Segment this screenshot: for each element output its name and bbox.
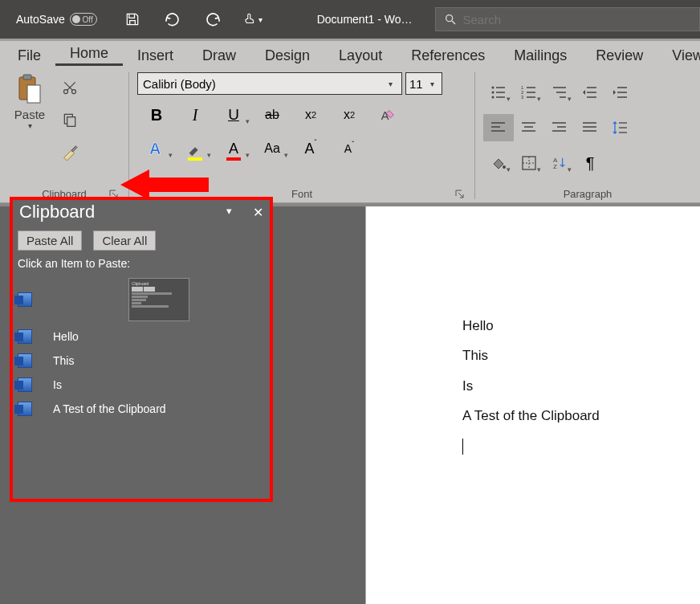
autosave-label: AutoSave	[16, 13, 65, 26]
title-bar: AutoSave Off ▾ Document1 - Wo…	[0, 0, 700, 39]
group-label-paragraph: Paragraph	[483, 186, 692, 201]
numbering-button[interactable]: 123	[514, 79, 544, 106]
copy-icon	[62, 112, 78, 128]
search-input[interactable]	[463, 13, 692, 27]
underline-button[interactable]: U	[214, 101, 253, 129]
clipboard-item[interactable]: A Test of the Clipboard	[18, 397, 265, 421]
font-color-button[interactable]: A	[214, 135, 253, 162]
clipboard-item[interactable]: This	[18, 349, 265, 373]
doc-line: Is	[462, 371, 684, 401]
autosave-toggle[interactable]: AutoSave Off	[0, 13, 105, 26]
italic-button[interactable]: I	[176, 101, 214, 129]
copy-button[interactable]	[59, 109, 80, 130]
indent-icon	[612, 85, 629, 100]
touch-mode-button[interactable]: ▾	[237, 3, 269, 35]
align-right-button[interactable]	[544, 114, 575, 141]
document-page[interactable]: Hello This Is A Test of the Clipboard	[365, 206, 700, 604]
justify-button[interactable]	[575, 114, 605, 141]
font-name-dropdown[interactable]: Calibri (Body) ▾	[137, 72, 402, 95]
word-icon	[18, 329, 32, 344]
borders-button[interactable]	[514, 149, 544, 177]
cut-button[interactable]	[59, 77, 80, 98]
outdent-icon	[582, 85, 598, 100]
tab-review[interactable]: Review	[581, 45, 657, 66]
svg-rect-3	[23, 75, 31, 80]
group-paragraph: 123	[475, 69, 700, 202]
svg-rect-8	[67, 117, 75, 127]
group-clipboard: Paste ▾ Clipboard	[0, 69, 128, 202]
clear-formatting-button[interactable]: A	[368, 101, 407, 129]
font-size-dropdown[interactable]: 11 ▾	[405, 72, 442, 95]
align-left-button[interactable]	[483, 114, 514, 141]
font-launcher[interactable]	[454, 188, 466, 201]
clipboard-item[interactable]: Hello	[18, 324, 265, 349]
doc-line: Hello	[462, 311, 684, 341]
clipboard-item[interactable]: Is	[18, 373, 265, 397]
subscript-button[interactable]: x2	[291, 101, 330, 129]
clear-all-button[interactable]: Clear All	[93, 231, 156, 251]
pane-close-button[interactable]: ✕	[253, 205, 263, 220]
format-painter-button[interactable]	[59, 141, 80, 162]
word-icon	[18, 353, 32, 368]
toggle-switch[interactable]: Off	[70, 13, 97, 26]
increase-indent-button[interactable]	[605, 79, 636, 106]
redo-button[interactable]	[197, 3, 229, 35]
svg-point-15	[492, 96, 494, 99]
tab-view[interactable]: View	[657, 45, 700, 66]
document-canvas: Hello This Is A Test of the Clipboard	[365, 206, 700, 604]
doc-line: This	[462, 341, 684, 370]
word-icon	[18, 402, 32, 416]
bucket-icon	[490, 156, 507, 170]
align-center-button[interactable]	[514, 114, 544, 141]
svg-text:3: 3	[521, 95, 524, 100]
doc-line: A Test of the Clipboard	[462, 401, 684, 431]
search-box[interactable]	[435, 7, 701, 31]
sort-button[interactable]: AZ	[544, 149, 575, 177]
ribbon-tabs: File Home Insert Draw Design Layout Refe…	[0, 39, 700, 69]
tab-insert[interactable]: Insert	[123, 45, 188, 66]
strikethrough-button[interactable]: ab	[253, 101, 291, 129]
document-title: Document1 - Wo…	[303, 13, 427, 26]
shading-button[interactable]	[483, 149, 514, 177]
line-spacing-icon	[612, 120, 629, 135]
bold-button[interactable]: B	[137, 101, 176, 129]
search-icon	[444, 13, 457, 26]
quick-access-toolbar: ▾	[105, 3, 280, 35]
decrease-indent-button[interactable]	[575, 79, 605, 106]
borders-icon	[522, 156, 536, 170]
highlight-button[interactable]	[176, 135, 214, 162]
scissors-icon	[62, 80, 78, 96]
multilevel-list-button[interactable]	[544, 79, 575, 106]
bullets-button[interactable]	[483, 79, 514, 106]
undo-button[interactable]	[157, 3, 189, 35]
clipboard-thumbnail: Clipboard	[128, 278, 189, 321]
svg-text:A: A	[149, 140, 161, 157]
clipboard-subtitle: Click an Item to Paste:	[18, 255, 265, 275]
tab-references[interactable]: References	[397, 45, 499, 66]
change-case-button[interactable]: Aa	[253, 135, 291, 162]
show-marks-button[interactable]: ¶	[575, 149, 605, 177]
line-spacing-button[interactable]	[605, 114, 636, 141]
tab-layout[interactable]: Layout	[324, 45, 397, 66]
clipboard-item[interactable]: Clipboard	[18, 275, 265, 324]
align-left-icon	[490, 121, 507, 134]
align-center-icon	[521, 121, 537, 134]
tab-design[interactable]: Design	[250, 45, 324, 66]
sort-icon: AZ	[552, 156, 567, 170]
text-effects-button[interactable]: A	[137, 135, 176, 162]
tab-home[interactable]: Home	[55, 43, 123, 66]
pane-options-button[interactable]: ▾	[226, 205, 232, 220]
tab-draw[interactable]: Draw	[188, 45, 250, 66]
grow-font-button[interactable]: Aˆ	[291, 135, 330, 162]
paste-all-button[interactable]: Paste All	[18, 231, 82, 251]
superscript-button[interactable]: x2	[330, 101, 368, 129]
shrink-font-button[interactable]: Aˇ	[330, 135, 368, 162]
save-button[interactable]	[116, 3, 149, 35]
word-icon	[18, 292, 32, 307]
svg-rect-4	[27, 85, 40, 103]
paste-button[interactable]: Paste ▾	[8, 72, 51, 130]
clipboard-pane: Clipboard ▾ ✕ Paste All Clear All Click …	[10, 197, 273, 502]
tab-file[interactable]: File	[3, 45, 55, 66]
tab-mailings[interactable]: Mailings	[499, 45, 581, 66]
word-icon	[18, 378, 32, 392]
